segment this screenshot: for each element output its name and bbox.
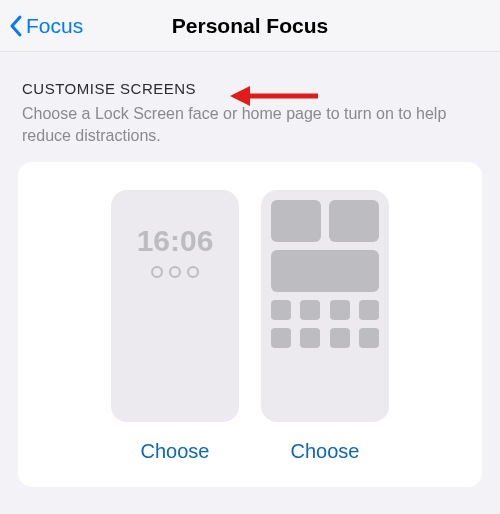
choose-home-button[interactable]: Choose — [291, 440, 360, 463]
lock-screen-preview[interactable]: 16:06 — [111, 190, 239, 422]
back-label: Focus — [26, 14, 83, 38]
home-screen-column: Choose — [261, 190, 389, 463]
screen-tiles: 16:06 Choose — [38, 190, 462, 463]
choose-lock-button[interactable]: Choose — [141, 440, 210, 463]
screens-card: 16:06 Choose — [18, 162, 482, 487]
home-grid-icon — [271, 200, 379, 412]
navbar: Focus Personal Focus — [0, 0, 500, 52]
section-customise-screens: CUSTOMISE SCREENS Choose a Lock Screen f… — [0, 52, 500, 146]
lock-time: 16:06 — [121, 224, 229, 258]
back-button[interactable]: Focus — [0, 14, 83, 38]
lock-screen-column: 16:06 Choose — [111, 190, 239, 463]
lock-dots-icon — [121, 266, 229, 278]
section-header: CUSTOMISE SCREENS — [22, 80, 478, 97]
chevron-left-icon — [8, 14, 24, 38]
section-description: Choose a Lock Screen face or home page t… — [22, 103, 478, 146]
home-screen-preview[interactable] — [261, 190, 389, 422]
